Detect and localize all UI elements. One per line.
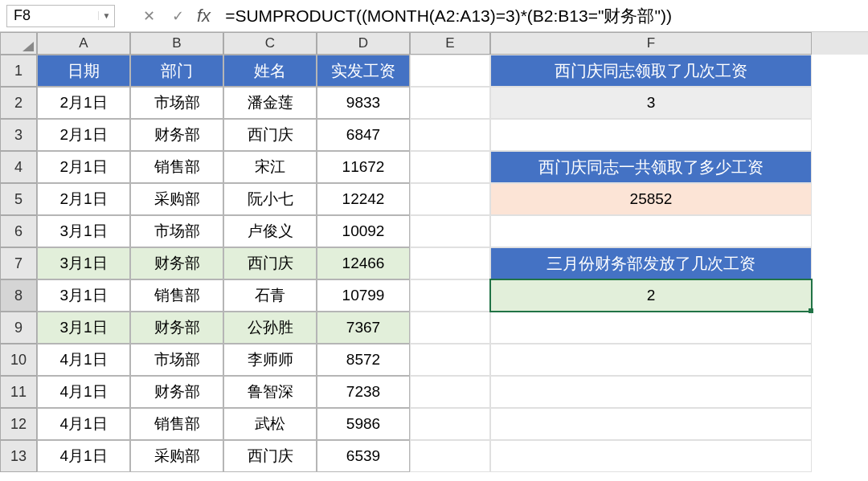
accept-formula-icon[interactable]: ✓ bbox=[168, 6, 187, 26]
cell-F12[interactable] bbox=[490, 408, 812, 440]
cell-E5[interactable] bbox=[410, 183, 490, 215]
cell-E8[interactable] bbox=[410, 279, 490, 312]
cell-B7[interactable]: 财务部 bbox=[130, 247, 223, 279]
row-header-12[interactable]: 12 bbox=[0, 408, 37, 440]
cell-D13[interactable]: 6539 bbox=[317, 440, 410, 472]
cancel-formula-icon[interactable]: ✕ bbox=[139, 6, 158, 26]
cell-B4[interactable]: 销售部 bbox=[130, 151, 223, 183]
cell-E6[interactable] bbox=[410, 215, 490, 247]
cell-E7[interactable] bbox=[410, 247, 490, 279]
cell-F7[interactable]: 三月份财务部发放了几次工资 bbox=[490, 247, 812, 279]
cell-E1[interactable] bbox=[410, 55, 490, 87]
cell-B3[interactable]: 财务部 bbox=[130, 119, 223, 151]
cell-D5[interactable]: 12242 bbox=[317, 183, 410, 215]
name-box[interactable]: F8 ▼ bbox=[6, 5, 115, 27]
cell-F3[interactable] bbox=[490, 119, 812, 151]
cell-E4[interactable] bbox=[410, 151, 490, 183]
cell-F13[interactable] bbox=[490, 440, 812, 472]
cell-C5[interactable]: 阮小七 bbox=[223, 183, 317, 215]
cell-B5[interactable]: 采购部 bbox=[130, 183, 223, 215]
cell-D12[interactable]: 5986 bbox=[317, 408, 410, 440]
cell-F4[interactable]: 西门庆同志一共领取了多少工资 bbox=[490, 151, 812, 183]
cell-A10[interactable]: 4月1日 bbox=[37, 344, 130, 376]
cell-C13[interactable]: 西门庆 bbox=[223, 440, 317, 472]
cell-F5[interactable]: 25852 bbox=[490, 183, 812, 215]
name-box-dropdown-icon[interactable]: ▼ bbox=[98, 11, 114, 20]
row-header-8[interactable]: 8 bbox=[0, 279, 37, 312]
row-header-1[interactable]: 1 bbox=[0, 55, 37, 87]
cell-F2[interactable]: 3 bbox=[490, 87, 812, 119]
cell-D9[interactable]: 7367 bbox=[317, 312, 410, 344]
cell-F1[interactable]: 西门庆同志领取了几次工资 bbox=[490, 55, 812, 87]
cell-B6[interactable]: 市场部 bbox=[130, 215, 223, 247]
row-header-2[interactable]: 2 bbox=[0, 87, 37, 119]
cell-D1[interactable]: 实发工资 bbox=[317, 55, 410, 87]
cell-C8[interactable]: 石青 bbox=[223, 279, 317, 312]
cell-D4[interactable]: 11672 bbox=[317, 151, 410, 183]
cell-B9[interactable]: 财务部 bbox=[130, 312, 223, 344]
cell-B8[interactable]: 销售部 bbox=[130, 279, 223, 312]
cell-E3[interactable] bbox=[410, 119, 490, 151]
row-header-9[interactable]: 9 bbox=[0, 312, 37, 344]
cell-A13[interactable]: 4月1日 bbox=[37, 440, 130, 472]
cell-D3[interactable]: 6847 bbox=[317, 119, 410, 151]
col-header-D[interactable]: D bbox=[317, 32, 410, 55]
cell-C7[interactable]: 西门庆 bbox=[223, 247, 317, 279]
cell-F11[interactable] bbox=[490, 376, 812, 408]
row-header-13[interactable]: 13 bbox=[0, 440, 37, 472]
cell-C4[interactable]: 宋江 bbox=[223, 151, 317, 183]
row-header-7[interactable]: 7 bbox=[0, 247, 37, 279]
cell-A2[interactable]: 2月1日 bbox=[37, 87, 130, 119]
cell-C6[interactable]: 卢俊义 bbox=[223, 215, 317, 247]
cell-B1[interactable]: 部门 bbox=[130, 55, 223, 87]
cell-A3[interactable]: 2月1日 bbox=[37, 119, 130, 151]
cell-E12[interactable] bbox=[410, 408, 490, 440]
cell-C1[interactable]: 姓名 bbox=[223, 55, 317, 87]
cell-B12[interactable]: 销售部 bbox=[130, 408, 223, 440]
col-header-F[interactable]: F bbox=[490, 32, 812, 55]
cell-D11[interactable]: 7238 bbox=[317, 376, 410, 408]
cell-A8[interactable]: 3月1日 bbox=[37, 279, 130, 312]
cell-B2[interactable]: 市场部 bbox=[130, 87, 223, 119]
cell-F6[interactable] bbox=[490, 215, 812, 247]
cell-C10[interactable]: 李师师 bbox=[223, 344, 317, 376]
cell-D2[interactable]: 9833 bbox=[317, 87, 410, 119]
cell-C12[interactable]: 武松 bbox=[223, 408, 317, 440]
cell-F10[interactable] bbox=[490, 344, 812, 376]
cell-A6[interactable]: 3月1日 bbox=[37, 215, 130, 247]
cell-B10[interactable]: 市场部 bbox=[130, 344, 223, 376]
row-header-5[interactable]: 5 bbox=[0, 183, 37, 215]
cell-A11[interactable]: 4月1日 bbox=[37, 376, 130, 408]
cell-A9[interactable]: 3月1日 bbox=[37, 312, 130, 344]
cell-A1[interactable]: 日期 bbox=[37, 55, 130, 87]
cell-A5[interactable]: 2月1日 bbox=[37, 183, 130, 215]
cell-C3[interactable]: 西门庆 bbox=[223, 119, 317, 151]
cell-B13[interactable]: 采购部 bbox=[130, 440, 223, 472]
formula-input[interactable]: =SUMPRODUCT((MONTH(A2:A13)=3)*(B2:B13="财… bbox=[225, 5, 862, 27]
cell-D8[interactable]: 10799 bbox=[317, 279, 410, 312]
row-header-3[interactable]: 3 bbox=[0, 119, 37, 151]
cell-D6[interactable]: 10092 bbox=[317, 215, 410, 247]
row-header-6[interactable]: 6 bbox=[0, 215, 37, 247]
cell-E9[interactable] bbox=[410, 312, 490, 344]
cell-A4[interactable]: 2月1日 bbox=[37, 151, 130, 183]
cell-E10[interactable] bbox=[410, 344, 490, 376]
row-header-10[interactable]: 10 bbox=[0, 344, 37, 376]
col-header-B[interactable]: B bbox=[130, 32, 223, 55]
cell-C2[interactable]: 潘金莲 bbox=[223, 87, 317, 119]
cell-D10[interactable]: 8572 bbox=[317, 344, 410, 376]
cell-D7[interactable]: 12466 bbox=[317, 247, 410, 279]
cell-E13[interactable] bbox=[410, 440, 490, 472]
cell-E2[interactable] bbox=[410, 87, 490, 119]
fx-label[interactable]: fx bbox=[197, 6, 211, 26]
cell-F9[interactable] bbox=[490, 312, 812, 344]
cell-A7[interactable]: 3月1日 bbox=[37, 247, 130, 279]
cell-B11[interactable]: 财务部 bbox=[130, 376, 223, 408]
cell-C11[interactable]: 鲁智深 bbox=[223, 376, 317, 408]
cell-A12[interactable]: 4月1日 bbox=[37, 408, 130, 440]
cell-C9[interactable]: 公孙胜 bbox=[223, 312, 317, 344]
col-header-E[interactable]: E bbox=[410, 32, 490, 55]
col-header-C[interactable]: C bbox=[223, 32, 317, 55]
row-header-11[interactable]: 11 bbox=[0, 376, 37, 408]
col-header-A[interactable]: A bbox=[37, 32, 130, 55]
